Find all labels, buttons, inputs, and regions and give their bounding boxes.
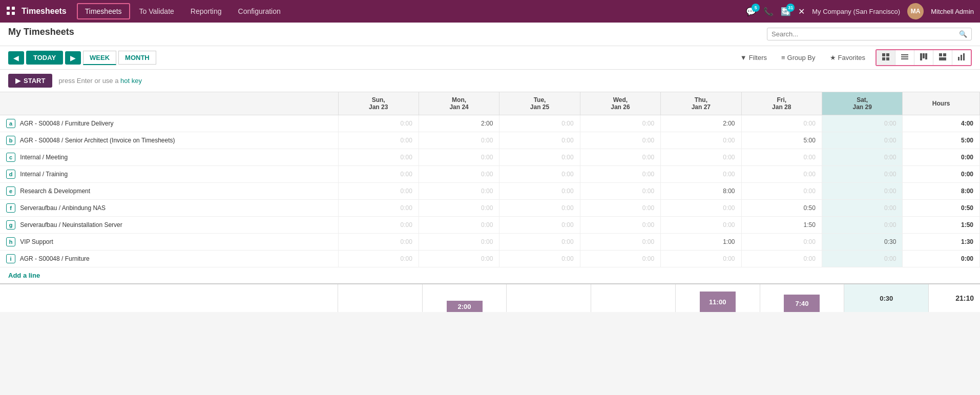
cell-sat[interactable]: 0:30 bbox=[822, 234, 902, 251]
cell-thu[interactable]: 8:00 bbox=[661, 183, 741, 200]
filters-button[interactable]: ▼ Filters bbox=[736, 52, 771, 64]
nav-item-reporting[interactable]: Reporting bbox=[183, 4, 229, 18]
cell-mon[interactable]: 0:00 bbox=[419, 183, 499, 200]
prev-button[interactable]: ◀ bbox=[8, 51, 24, 65]
cell-fri[interactable]: 0:00 bbox=[741, 183, 822, 200]
phone-icon[interactable]: 📞 bbox=[763, 7, 774, 16]
cell-wed[interactable]: 0:00 bbox=[580, 166, 660, 183]
cell-sat[interactable]: 0:00 bbox=[822, 200, 902, 217]
cell-sun[interactable]: 0:00 bbox=[338, 200, 419, 217]
close-icon[interactable]: ✕ bbox=[798, 7, 805, 16]
cell-sun[interactable]: 0:00 bbox=[338, 234, 419, 251]
cell-sun[interactable]: 0:00 bbox=[338, 115, 419, 132]
cell-mon[interactable]: 0:00 bbox=[419, 149, 499, 166]
table-row[interactable]: e Research & Development 0:00 0:00 0:00 … bbox=[0, 183, 980, 200]
view-list-button[interactable] bbox=[895, 50, 914, 65]
cell-sat[interactable]: 0:00 bbox=[822, 183, 902, 200]
cell-sun[interactable]: 0:00 bbox=[338, 166, 419, 183]
cell-wed[interactable]: 0:00 bbox=[580, 217, 660, 234]
cell-mon[interactable]: 0:00 bbox=[419, 132, 499, 149]
nav-item-timesheets[interactable]: Timesheets bbox=[77, 3, 130, 19]
cell-fri[interactable]: 0:50 bbox=[741, 200, 822, 217]
view-pivot-button[interactable] bbox=[933, 50, 952, 65]
cell-fri[interactable]: 0:00 bbox=[741, 234, 822, 251]
chat-icon[interactable]: 💬5 bbox=[746, 7, 756, 16]
cell-thu[interactable]: 0:00 bbox=[661, 149, 741, 166]
hotkey-link[interactable]: hot key bbox=[120, 77, 142, 85]
table-row[interactable]: b AGR - S00048 / Senior Architect (Invoi… bbox=[0, 132, 980, 149]
cell-wed[interactable]: 0:00 bbox=[580, 115, 660, 132]
cell-thu[interactable]: 0:00 bbox=[661, 200, 741, 217]
groupby-button[interactable]: ≡ Group By bbox=[777, 52, 820, 64]
next-button[interactable]: ▶ bbox=[65, 51, 81, 65]
add-line-button[interactable]: Add a line bbox=[0, 267, 980, 283]
cell-mon[interactable]: 0:00 bbox=[419, 217, 499, 234]
cell-thu[interactable]: 1:00 bbox=[661, 234, 741, 251]
refresh-icon[interactable]: 🔄31 bbox=[781, 7, 791, 16]
month-button[interactable]: MONTH bbox=[118, 51, 156, 65]
cell-sun[interactable]: 0:00 bbox=[338, 251, 419, 267]
cell-tue[interactable]: 0:00 bbox=[499, 183, 580, 200]
cell-mon[interactable]: 0:00 bbox=[419, 166, 499, 183]
cell-sun[interactable]: 0:00 bbox=[338, 149, 419, 166]
cell-fri[interactable]: 0:00 bbox=[741, 251, 822, 267]
cell-thu[interactable]: 0:00 bbox=[661, 251, 741, 267]
cell-wed[interactable]: 0:00 bbox=[580, 200, 660, 217]
cell-sun[interactable]: 0:00 bbox=[338, 183, 419, 200]
today-button[interactable]: TODAY bbox=[26, 51, 63, 65]
cell-mon[interactable]: 2:00 bbox=[419, 115, 499, 132]
start-button[interactable]: ▶ START bbox=[8, 74, 52, 88]
view-kanban-button[interactable] bbox=[914, 50, 933, 65]
cell-tue[interactable]: 0:00 bbox=[499, 166, 580, 183]
cell-fri[interactable]: 0:00 bbox=[741, 149, 822, 166]
cell-tue[interactable]: 0:00 bbox=[499, 149, 580, 166]
cell-wed[interactable]: 0:00 bbox=[580, 132, 660, 149]
cell-sat[interactable]: 0:00 bbox=[822, 115, 902, 132]
table-row[interactable]: g Serveraufbau / Neuinstallation Server … bbox=[0, 217, 980, 234]
cell-fri[interactable]: 1:50 bbox=[741, 217, 822, 234]
cell-tue[interactable]: 0:00 bbox=[499, 234, 580, 251]
cell-fri[interactable]: 0:00 bbox=[741, 166, 822, 183]
cell-mon[interactable]: 0:00 bbox=[419, 200, 499, 217]
cell-sun[interactable]: 0:00 bbox=[338, 132, 419, 149]
table-row[interactable]: h VIP Support 0:00 0:00 0:00 0:00 1:00 0… bbox=[0, 234, 980, 251]
cell-sat[interactable]: 0:00 bbox=[822, 251, 902, 267]
table-row[interactable]: a AGR - S00048 / Furniture Delivery 0:00… bbox=[0, 115, 980, 132]
cell-thu[interactable]: 0:00 bbox=[661, 132, 741, 149]
cell-fri[interactable]: 0:00 bbox=[741, 115, 822, 132]
table-row[interactable]: d Internal / Training 0:00 0:00 0:00 0:0… bbox=[0, 166, 980, 183]
cell-thu[interactable]: 0:00 bbox=[661, 217, 741, 234]
view-grid-button[interactable] bbox=[877, 50, 895, 65]
cell-wed[interactable]: 0:00 bbox=[580, 183, 660, 200]
cell-sat[interactable]: 0:00 bbox=[822, 166, 902, 183]
table-row[interactable]: c Internal / Meeting 0:00 0:00 0:00 0:00… bbox=[0, 149, 980, 166]
cell-mon[interactable]: 0:00 bbox=[419, 251, 499, 267]
nav-item-tovalidate[interactable]: To Validate bbox=[132, 4, 181, 18]
search-input[interactable] bbox=[772, 30, 959, 38]
cell-thu[interactable]: 2:00 bbox=[661, 115, 741, 132]
cell-tue[interactable]: 0:00 bbox=[499, 132, 580, 149]
cell-sat[interactable]: 0:00 bbox=[822, 149, 902, 166]
cell-wed[interactable]: 0:00 bbox=[580, 234, 660, 251]
cell-wed[interactable]: 0:00 bbox=[580, 251, 660, 267]
cell-fri[interactable]: 5:00 bbox=[741, 132, 822, 149]
cell-sat[interactable]: 0:00 bbox=[822, 132, 902, 149]
week-button[interactable]: WEEK bbox=[83, 51, 116, 65]
cell-thu[interactable]: 0:00 bbox=[661, 166, 741, 183]
view-graph-button[interactable] bbox=[952, 50, 971, 65]
cell-sun[interactable]: 0:00 bbox=[338, 217, 419, 234]
search-icon[interactable]: 🔍 bbox=[959, 30, 967, 38]
table-row[interactable]: i AGR - S00048 / Furniture 0:00 0:00 0:0… bbox=[0, 251, 980, 267]
cell-tue[interactable]: 0:00 bbox=[499, 251, 580, 267]
cell-tue[interactable]: 0:00 bbox=[499, 115, 580, 132]
cell-wed[interactable]: 0:00 bbox=[580, 149, 660, 166]
grid-icon[interactable] bbox=[6, 6, 15, 17]
nav-item-configuration[interactable]: Configuration bbox=[231, 4, 288, 18]
total-sat: 0:30 bbox=[844, 284, 929, 312]
table-row[interactable]: f Serveraufbau / Anbindung NAS 0:00 0:00… bbox=[0, 200, 980, 217]
cell-tue[interactable]: 0:00 bbox=[499, 200, 580, 217]
cell-mon[interactable]: 0:00 bbox=[419, 234, 499, 251]
cell-sat[interactable]: 0:00 bbox=[822, 217, 902, 234]
cell-tue[interactable]: 0:00 bbox=[499, 217, 580, 234]
favorites-button[interactable]: ★ Favorites bbox=[826, 52, 869, 64]
